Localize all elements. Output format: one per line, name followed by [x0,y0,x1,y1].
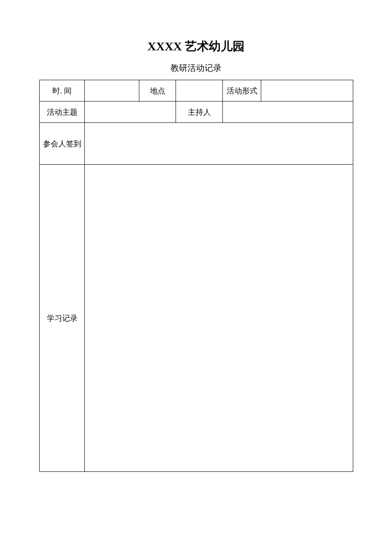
title-suffix: 艺术幼儿园 [182,40,245,53]
label-host: 主持人 [176,102,223,123]
label-format: 活动形式 [223,80,261,102]
document-title: XXXX 艺术幼儿园 [39,38,353,55]
label-topic: 活动主题 [40,102,85,123]
value-time[interactable] [85,80,139,102]
value-place[interactable] [176,80,223,102]
value-attendees[interactable] [85,123,353,165]
label-place: 地点 [139,80,176,102]
value-topic[interactable] [85,102,176,123]
label-record: 学习记录 [40,165,85,472]
value-record[interactable] [85,165,353,472]
label-time: 时. 间 [40,80,85,102]
record-table: 时. 间 地点 活动形式 活动主题 主持人 参会人签到 学习记录 [39,80,353,472]
document-subtitle: 教研活动记录 [39,62,353,74]
title-prefix: XXXX [147,40,182,53]
label-attendees: 参会人签到 [40,123,85,165]
value-format[interactable] [261,80,353,102]
value-host[interactable] [223,102,353,123]
